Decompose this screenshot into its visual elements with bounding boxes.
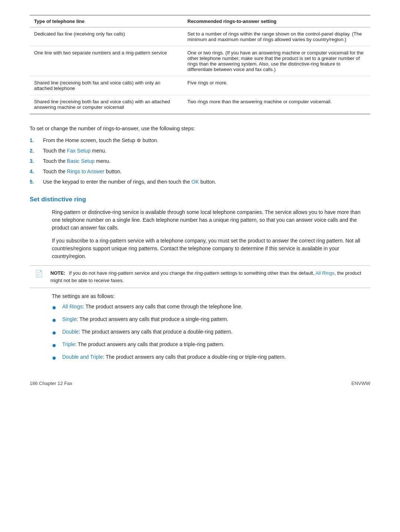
setting-link[interactable]: All Rings bbox=[62, 304, 83, 310]
step-item: 4.Touch the Rings to Answer button. bbox=[30, 168, 370, 174]
step-link[interactable]: OK bbox=[191, 179, 199, 185]
setting-text: Double and Triple: The product answers a… bbox=[62, 353, 286, 361]
step-number: 4. bbox=[30, 168, 43, 174]
table-cell-setting: Two rings more than the answering machin… bbox=[183, 95, 370, 114]
step-link[interactable]: Fax Setup bbox=[67, 148, 91, 154]
table-col1-header: Type of telephone line bbox=[30, 15, 183, 27]
list-item: ●Double: The product answers any calls t… bbox=[52, 328, 370, 337]
step-text: Use the keypad to enter the number of ri… bbox=[43, 179, 370, 185]
step-text: From the Home screen, touch the Setup ⚙ … bbox=[43, 137, 370, 143]
setting-text: Double: The product answers any calls th… bbox=[62, 328, 233, 336]
list-item: ●Double and Triple: The product answers … bbox=[52, 353, 370, 362]
step-text: Touch the Basic Setup menu. bbox=[43, 158, 370, 164]
table-row: Shared line (receiving both fax and voic… bbox=[30, 76, 370, 95]
section-heading: Set distinctive ring bbox=[30, 196, 370, 203]
table-col2-header: Recommended rings-to-answer setting bbox=[183, 15, 370, 27]
steps-intro: To set or change the number of rings-to-… bbox=[30, 126, 370, 131]
list-item: ●Triple: The product answers any calls t… bbox=[52, 341, 370, 349]
setting-text: All Rings: The product answers any calls… bbox=[62, 303, 243, 311]
setting-text: Single: The product answers any calls th… bbox=[62, 315, 229, 323]
step-number: 2. bbox=[30, 148, 43, 154]
step-link[interactable]: Rings to Answer bbox=[67, 168, 104, 174]
note-link[interactable]: All Rings bbox=[316, 270, 334, 276]
step-item: 3.Touch the Basic Setup menu. bbox=[30, 158, 370, 164]
table-cell-setting: Five rings or more. bbox=[183, 76, 370, 95]
list-item: ●All Rings: The product answers any call… bbox=[52, 303, 370, 312]
table-row: One line with two separate numbers and a… bbox=[30, 46, 370, 76]
table-cell-type: One line with two separate numbers and a… bbox=[30, 46, 183, 76]
setting-text: Triple: The product answers any calls th… bbox=[62, 341, 224, 348]
bullet-icon: ● bbox=[52, 353, 62, 362]
bullet-icon: ● bbox=[52, 303, 62, 312]
footer-left: 186 Chapter 12 Fax bbox=[30, 381, 72, 386]
footer-right: ENVWW bbox=[351, 381, 370, 386]
step-link[interactable]: Basic Setup bbox=[67, 158, 95, 164]
steps-list: 1.From the Home screen, touch the Setup … bbox=[30, 137, 370, 185]
bullet-icon: ● bbox=[52, 341, 62, 349]
body-paragraph: If you subscribe to a ring-pattern servi… bbox=[52, 237, 370, 260]
table-row: Shared line (receiving both fax and voic… bbox=[30, 95, 370, 114]
step-number: 3. bbox=[30, 158, 43, 164]
note-box: 📄 NOTE: If you do not have ring-pattern … bbox=[30, 265, 370, 288]
step-number: 1. bbox=[30, 137, 43, 143]
table-row: Dedicated fax line (receiving only fax c… bbox=[30, 27, 370, 46]
page-footer: 186 Chapter 12 Fax ENVWW bbox=[30, 381, 370, 386]
settings-list: ●All Rings: The product answers any call… bbox=[52, 303, 370, 362]
step-item: 5.Use the keypad to enter the number of … bbox=[30, 179, 370, 185]
table-cell-setting: One or two rings. (If you have an answer… bbox=[183, 46, 370, 76]
step-text: Touch the Rings to Answer button. bbox=[43, 168, 370, 174]
settings-intro: The settings are as follows: bbox=[52, 293, 370, 299]
body-paragraph: Ring-pattern or distinctive-ring service… bbox=[52, 208, 370, 232]
note-text: NOTE: If you do not have ring-pattern se… bbox=[50, 270, 365, 284]
table-cell-type: Shared line (receiving both fax and voic… bbox=[30, 95, 183, 114]
bullet-icon: ● bbox=[52, 328, 62, 337]
step-number: 5. bbox=[30, 179, 43, 185]
setting-link[interactable]: Double and Triple bbox=[62, 354, 103, 360]
rings-table: Type of telephone line Recommended rings… bbox=[30, 15, 370, 114]
note-icon: 📄 bbox=[35, 269, 48, 279]
setting-link[interactable]: Double bbox=[62, 329, 79, 335]
bullet-icon: ● bbox=[52, 315, 62, 324]
step-item: 2.Touch the Fax Setup menu. bbox=[30, 148, 370, 154]
setting-link[interactable]: Single bbox=[62, 316, 77, 322]
setup-icon: ⚙ bbox=[137, 138, 141, 143]
table-cell-type: Shared line (receiving both fax and voic… bbox=[30, 76, 183, 95]
step-text: Touch the Fax Setup menu. bbox=[43, 148, 370, 154]
list-item: ●Single: The product answers any calls t… bbox=[52, 315, 370, 324]
step-item: 1.From the Home screen, touch the Setup … bbox=[30, 137, 370, 143]
setting-link[interactable]: Triple bbox=[62, 341, 75, 347]
table-cell-setting: Set to a number of rings within the rang… bbox=[183, 27, 370, 46]
table-cell-type: Dedicated fax line (receiving only fax c… bbox=[30, 27, 183, 46]
